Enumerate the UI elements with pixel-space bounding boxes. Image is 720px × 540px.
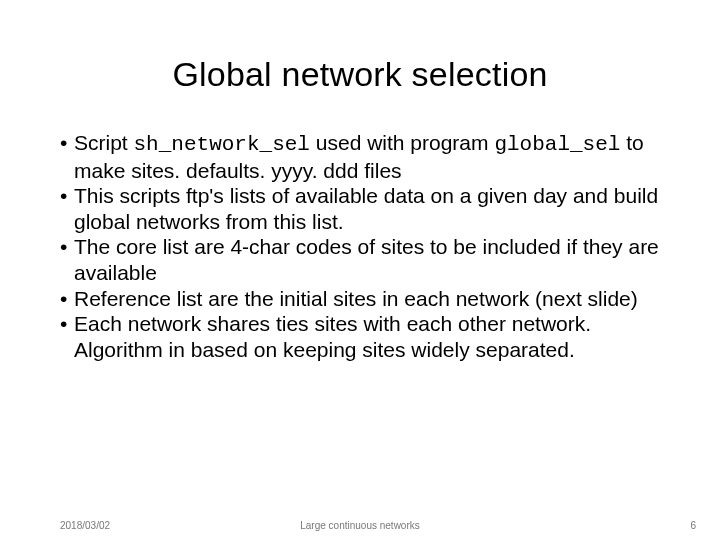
code-run: sh_network_sel	[134, 133, 310, 156]
text-run: This scripts ftp's lists of available da…	[74, 184, 658, 233]
text-run: used with program	[310, 131, 494, 154]
list-item: Script sh_network_sel used with program …	[60, 130, 660, 183]
slide: Global network selection Script sh_netwo…	[0, 0, 720, 540]
code-run: global_sel	[494, 133, 620, 156]
text-run: Each network shares ties sites with each…	[74, 312, 591, 361]
text-run: Script	[74, 131, 134, 154]
list-item: This scripts ftp's lists of available da…	[60, 183, 660, 234]
text-run: The core list are 4-char codes of sites …	[74, 235, 659, 284]
text-run: Reference list are the initial sites in …	[74, 287, 638, 310]
slide-title: Global network selection	[60, 55, 660, 94]
footer-center: Large continuous networks	[0, 520, 720, 531]
list-item: The core list are 4-char codes of sites …	[60, 234, 660, 285]
list-item: Reference list are the initial sites in …	[60, 286, 660, 312]
list-item: Each network shares ties sites with each…	[60, 311, 660, 362]
footer-page-number: 6	[690, 520, 696, 531]
bullet-list: Script sh_network_sel used with program …	[60, 130, 660, 362]
